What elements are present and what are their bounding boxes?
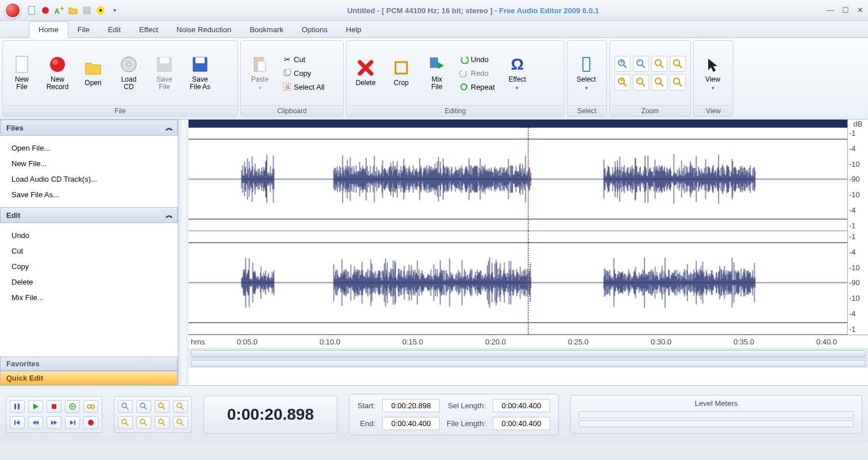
window-controls: — ☐ ✕ (827, 6, 863, 14)
horizontal-scrollbar-2[interactable] (189, 358, 868, 368)
paste-button[interactable]: Paste ▾ (243, 43, 276, 103)
playback-cursor[interactable] (528, 128, 529, 231)
view-button[interactable]: View ▾ (696, 43, 729, 103)
panel-item-undo[interactable]: Undo (0, 228, 178, 243)
panel-header-favorites[interactable]: Favorites (0, 356, 178, 371)
load-cd-button[interactable]: Load CD (112, 43, 145, 103)
effect-button[interactable]: Ω Effect ▾ (501, 43, 534, 103)
svg-point-58 (177, 403, 182, 408)
panel-item-cut[interactable]: Cut (0, 243, 178, 259)
zoom-left-button[interactable] (651, 74, 667, 90)
go-start-button[interactable] (10, 416, 25, 429)
tab-file[interactable]: File (68, 22, 99, 37)
stop-button[interactable] (47, 400, 62, 413)
maximize-button[interactable]: ☐ (842, 6, 849, 14)
zoom-sel-button[interactable] (651, 56, 667, 72)
panel-item-new-file[interactable]: New File... (0, 156, 178, 171)
zoom-in-button[interactable]: + (614, 56, 631, 72)
panel-item-save-file-as[interactable]: Save File As... (0, 187, 178, 202)
svg-rect-15 (258, 61, 266, 71)
zoom-v-in-button[interactable]: + (614, 74, 631, 90)
panel-item-delete[interactable]: Delete (0, 274, 178, 290)
panel-item-copy[interactable]: Copy (0, 259, 178, 274)
undo-button[interactable]: Undo (456, 53, 498, 66)
zoom-in-v-button[interactable] (118, 416, 133, 429)
tab-options[interactable]: Options (293, 22, 337, 37)
app-orb-button[interactable] (5, 2, 21, 18)
ribbon-group-select: Select ▾ Select (567, 40, 607, 117)
select-button[interactable]: Select ▾ (570, 43, 603, 103)
minimize-button[interactable]: — (827, 6, 834, 14)
qat-dropdown-icon[interactable]: ▾ (109, 5, 120, 16)
panel-header-files[interactable]: Files ︽ (0, 120, 178, 136)
record-icon[interactable] (40, 5, 51, 16)
cut-button[interactable]: ✂Cut (279, 53, 328, 66)
save-file-as-button[interactable]: Save File As (183, 43, 217, 103)
radiation-icon[interactable] (95, 5, 106, 16)
zoom-right-button[interactable] (670, 74, 686, 90)
horizontal-scrollbar-1[interactable] (189, 348, 868, 358)
crop-button[interactable]: Crop (385, 43, 418, 103)
db-unit-label: dB (848, 120, 868, 128)
save-file-button[interactable]: Save File (148, 43, 181, 103)
tab-bookmark[interactable]: Bookmark (240, 22, 293, 37)
panel-header-edit[interactable]: Edit ︽ (0, 207, 178, 223)
zoom-out-h-button[interactable] (136, 400, 151, 413)
new-record-button[interactable]: New Record (41, 43, 74, 103)
new-file-button[interactable]: New File (5, 43, 39, 103)
copy-button[interactable]: Copy (279, 67, 328, 79)
waveform-header[interactable] (189, 120, 847, 128)
play-loop-button[interactable] (65, 400, 80, 413)
record-button[interactable] (83, 416, 98, 429)
rewind-button[interactable] (28, 416, 43, 429)
select-all-button[interactable]: aSelect All (279, 80, 328, 93)
close-button[interactable]: ✕ (857, 6, 863, 14)
svg-line-42 (679, 83, 682, 86)
save-icon[interactable] (82, 5, 92, 16)
waveform-area: dB -1 -4 -10 -90 -10 -4 -1 -1 -4 -10 (189, 120, 868, 385)
waveform-channel-left[interactable] (189, 128, 847, 231)
open-button[interactable]: Open (76, 43, 110, 103)
zoom-v4-button[interactable] (173, 416, 188, 429)
sel-length-value[interactable]: 0:00:40.400 (493, 399, 550, 412)
open-folder-icon[interactable] (68, 5, 78, 16)
redo-button[interactable]: Redo (456, 67, 498, 79)
zoom-out-button[interactable]: - (633, 56, 649, 72)
file-length-value[interactable]: 0:00:40.400 (493, 417, 550, 430)
zoom-fit-button[interactable] (670, 56, 686, 72)
panel-item-open-file[interactable]: Open File... (0, 140, 178, 156)
tab-effect[interactable]: Effect (130, 22, 167, 37)
start-value[interactable]: 0:00:20.898 (382, 399, 440, 412)
zoom-in-h-button[interactable] (118, 400, 133, 413)
waveform-channel-right[interactable] (189, 231, 847, 335)
zoom-out-v-button[interactable] (136, 416, 151, 429)
loop-button[interactable] (83, 400, 98, 413)
new-file-icon (13, 55, 31, 74)
go-end-button[interactable] (65, 416, 80, 429)
zoom-sel-h-button[interactable] (155, 400, 170, 413)
tab-home[interactable]: Home (29, 21, 68, 38)
panel-header-quick-edit[interactable]: Quick Edit (0, 371, 178, 385)
zoom-full-h-button[interactable] (173, 400, 188, 413)
ribbon-group-editing: Delete Crop Mix File Undo Redo Repeat Ω … (346, 40, 564, 117)
tab-help[interactable]: Help (337, 22, 371, 37)
repeat-button[interactable]: Repeat (456, 80, 498, 93)
mix-file-button[interactable]: Mix File (420, 43, 454, 103)
db-label: -90 (849, 175, 867, 183)
sidebar-scrollbar[interactable] (178, 120, 189, 385)
zoom-v3-button[interactable] (155, 416, 170, 429)
panel-item-load-cd[interactable]: Load Audio CD Track(s)... (0, 171, 178, 187)
forward-button[interactable] (47, 416, 62, 429)
tab-edit[interactable]: Edit (99, 22, 130, 37)
end-value[interactable]: 0:00:40.400 (382, 417, 440, 430)
playback-cursor[interactable] (528, 231, 529, 334)
new-file-icon[interactable] (26, 5, 37, 16)
panel-item-mix-file[interactable]: Mix File... (0, 290, 178, 305)
tab-noise-reduction[interactable]: Noise Reduction (167, 22, 240, 37)
font-icon[interactable]: A+ (54, 5, 64, 16)
time-ruler[interactable]: hms 0:05.0 0:10.0 0:15.0 0:20.0 0:25.0 0… (189, 335, 868, 348)
pause-button[interactable] (10, 400, 25, 413)
play-button[interactable] (28, 400, 43, 413)
zoom-v-out-button[interactable]: - (633, 74, 649, 90)
delete-button[interactable]: Delete (349, 43, 382, 103)
